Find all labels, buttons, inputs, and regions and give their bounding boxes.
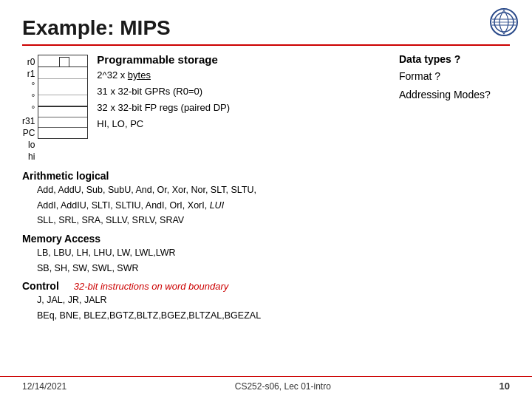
reg-row-1: [38, 67, 87, 79]
bytes-underline: bytes: [128, 69, 151, 81]
prog-storage-list: 2^32 x bytes 31 x 32-bit GPRs (R0=0) 32 …: [97, 67, 392, 132]
reg-row-0: [38, 55, 87, 67]
reg-label-hi: hi: [22, 151, 36, 163]
data-types-item-2: Addressing Modes?: [399, 86, 510, 104]
bottom-sections: Arithmetic logical Add, AddU, Sub, SubU,…: [22, 170, 510, 323]
prog-storage-row: Programmable storage 2^32 x bytes 31 x 3…: [97, 53, 510, 132]
programmable-storage-section: Programmable storage 2^32 x bytes 31 x 3…: [97, 53, 392, 132]
data-types-title: Data types ?: [399, 53, 510, 65]
lui-italic: LUI: [210, 200, 224, 211]
arithmetic-content: Add, AddU, Sub, SubU, And, Or, Xor, Nor,…: [22, 183, 510, 228]
memory-line-1: LB, LBU, LH, LHU, LW, LWL,LWR: [37, 245, 510, 261]
reg-label-r1: r1: [22, 68, 36, 80]
prog-item-1: 2^32 x bytes: [97, 67, 392, 83]
reg-label-dot1: °: [22, 80, 36, 92]
reg-label-dot2: °: [22, 92, 36, 103]
reg-row-lo: [38, 117, 87, 128]
control-line-2: BEq, BNE, BLEZ,BGTZ,BLTZ,BGEZ,BLTZAL,BGE…: [37, 308, 510, 324]
content-area: r0 r1 ° ° ° r31 PC lo hi: [22, 53, 510, 163]
title-divider: [22, 44, 510, 46]
control-header: Control: [22, 280, 59, 292]
reg-label-pc: PC: [22, 127, 36, 139]
data-types-list: Format ? Addressing Modes?: [399, 67, 510, 104]
slide: Example: MIPS r0 r1 ° ° ° r31 PC lo hi: [0, 0, 532, 399]
reg-row-3: [38, 95, 87, 107]
control-content: J, JAL, JR, JALR BEq, BNE, BLEZ,BGTZ,BLT…: [22, 293, 510, 323]
footer-course: CS252-s06, Lec 01-intro: [235, 381, 331, 392]
footer: 12/14/2021 CS252-s06, Lec 01-intro 10: [0, 376, 532, 392]
arithmetic-header: Arithmetic logical: [22, 170, 510, 182]
reg-row-hi: [38, 128, 87, 138]
university-logo: [489, 7, 519, 37]
prog-storage-title: Programmable storage: [97, 53, 392, 66]
control-row: Control 32-bit instructions on word boun…: [22, 276, 510, 293]
reg-label-r0: r0: [22, 56, 36, 68]
memory-line-2: SB, SH, SW, SWL, SWR: [37, 261, 510, 276]
prog-item-4: HI, LO, PC: [97, 116, 392, 132]
reg-row-pc: [38, 107, 87, 117]
arithmetic-line-2: AddI, AddIU, SLTI, SLTIU, AndI, OrI, Xor…: [37, 198, 510, 214]
reg-row-2: [38, 83, 87, 95]
register-diagram: r0 r1 ° ° ° r31 PC lo hi: [22, 55, 88, 163]
main-content: Programmable storage 2^32 x bytes 31 x 3…: [97, 53, 510, 163]
slide-title: Example: MIPS: [22, 16, 510, 40]
data-types-section: Data types ? Format ? Addressing Modes?: [392, 53, 510, 104]
memory-content: LB, LBU, LH, LHU, LW, LWL,LWR SB, SH, SW…: [22, 245, 510, 276]
register-labels: r0 r1 ° ° ° r31 PC lo hi: [22, 56, 36, 163]
memory-header: Memory Access: [22, 233, 510, 245]
data-types-item-1: Format ?: [399, 67, 510, 86]
footer-page: 10: [499, 381, 510, 392]
prog-item-3: 32 x 32-bit FP regs (paired DP): [97, 100, 392, 116]
reg-label-r31: r31: [22, 115, 36, 127]
arithmetic-line-1: Add, AddU, Sub, SubU, And, Or, Xor, Nor,…: [37, 183, 510, 198]
reg-label-dot3: °: [22, 103, 36, 115]
register-boxes: [38, 55, 88, 139]
control-line-1: J, JAL, JR, JALR: [37, 293, 510, 308]
reg-label-lo: lo: [22, 139, 36, 151]
prog-item-2: 31 x 32-bit GPRs (R0=0): [97, 83, 392, 100]
footer-date: 12/14/2021: [22, 381, 66, 392]
arithmetic-line-3: SLL, SRL, SRA, SLLV, SRLV, SRAV: [37, 213, 510, 228]
control-highlight: 32-bit instructions on word boundary: [74, 281, 229, 292]
